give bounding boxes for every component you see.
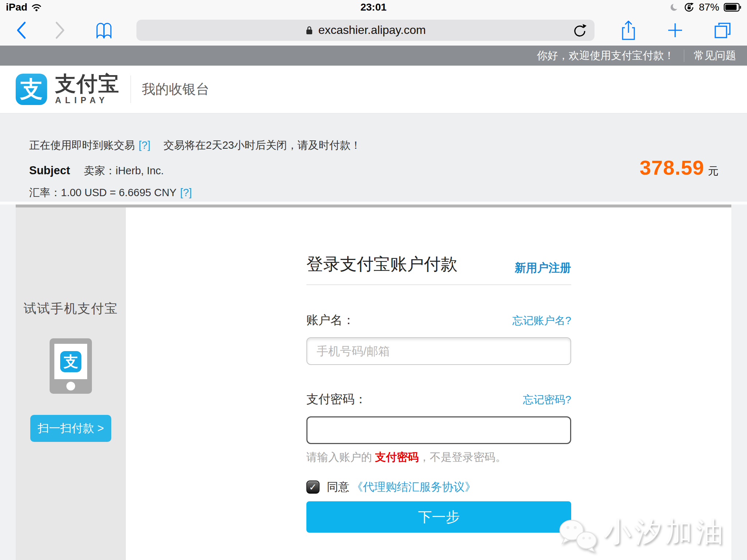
back-button[interactable] [15, 21, 27, 39]
hint-prefix: 请输入账户的 [306, 451, 375, 463]
account-input[interactable] [306, 337, 571, 365]
phone-icon: 支 [50, 338, 92, 394]
watermark: 小汐加油 [557, 513, 726, 556]
subject-row: Subject 卖家：iHerb, Inc. [29, 164, 719, 178]
phone-screen: 支 [54, 344, 87, 379]
battery-percent: 87% [699, 1, 719, 13]
page-title: 我的收银台 [142, 80, 209, 98]
forgot-password-link[interactable]: 忘记密码? [523, 393, 571, 407]
account-label: 账户名： [306, 312, 355, 328]
tabs-button[interactable] [713, 21, 732, 39]
main-area: 试试手机支付宝 支 扫一扫付款 > 登录支付宝账户付款 新用户注册 [0, 205, 747, 560]
watermark-text: 小汐加油 [604, 513, 726, 551]
rotation-lock-icon [684, 2, 694, 13]
login-content: 登录支付宝账户付款 新用户注册 账户名： 忘记账户名? 支付密码： 忘记密码? [126, 207, 731, 560]
exchange-rate-row: 汇率：1.00 USD = 6.6695 CNY [?] [29, 186, 719, 200]
forward-button[interactable] [54, 21, 66, 39]
password-label: 支付密码： [306, 391, 367, 408]
toolbar-right [620, 20, 732, 41]
price-block: 378.59 元 [640, 156, 719, 179]
bookmarks-icon [93, 21, 115, 40]
faq-link[interactable]: 常见问题 [694, 48, 736, 63]
seller-text: 卖家：iHerb, Inc. [84, 164, 164, 178]
hint-suffix: ，不是登录密码。 [419, 451, 506, 463]
url-bar[interactable]: excashier.alipay.com [136, 20, 595, 41]
password-field-header: 支付密码： 忘记密码? [306, 391, 571, 408]
url-text: excashier.alipay.com [318, 23, 426, 37]
new-tab-button[interactable] [667, 22, 684, 39]
phone-logo-glyph: 支 [63, 351, 78, 372]
payment-panel: 试试手机支付宝 支 扫一扫付款 > 登录支付宝账户付款 新用户注册 [16, 205, 731, 560]
forward-icon [54, 21, 66, 39]
checkmark-icon: ✓ [309, 482, 317, 493]
welcome-bar: 你好，欢迎使用支付宝付款！ 常见问题 [0, 46, 747, 66]
rate-help-link[interactable]: [?] [180, 187, 192, 199]
battery-icon [724, 3, 741, 12]
login-form: 登录支付宝账户付款 新用户注册 账户名： 忘记账户名? 支付密码： 忘记密码? [306, 253, 571, 533]
password-input[interactable] [306, 416, 571, 444]
moon-icon [670, 3, 679, 12]
tabs-icon [713, 21, 732, 39]
login-header-divider [306, 284, 571, 285]
phone-alipay-logo-icon: 支 [60, 351, 81, 372]
clock: 23:01 [0, 1, 747, 13]
refresh-button[interactable] [573, 23, 587, 38]
scan-to-pay-button[interactable]: 扫一扫付款 > [30, 415, 111, 442]
lock-icon [305, 25, 313, 36]
login-header: 登录支付宝账户付款 新用户注册 [306, 253, 571, 276]
agree-label: 同意 [327, 479, 349, 495]
alipay-logo-icon: 支 [16, 74, 47, 105]
currency-unit: 元 [708, 164, 719, 179]
notice-help-link[interactable]: [?] [139, 139, 150, 151]
amount-value: 378.59 [640, 156, 704, 179]
header-divider [131, 75, 131, 103]
alipay-brand: 支付宝 ALIPAY [55, 73, 120, 105]
phone-home-button [66, 382, 75, 390]
register-link[interactable]: 新用户注册 [515, 260, 571, 276]
notice-text: 正在使用即时到账交易 [29, 138, 135, 153]
browser-toolbar: excashier.alipay.com [0, 15, 747, 46]
agreement-checkbox[interactable]: ✓ [306, 481, 320, 494]
transaction-notice: 正在使用即时到账交易 [?] 交易将在2天23小时后关闭，请及时付款！ [29, 113, 719, 153]
share-icon [620, 20, 637, 41]
refresh-icon [573, 23, 587, 38]
welcome-text: 你好，欢迎使用支付宝付款！ [537, 48, 674, 63]
new-tab-icon [667, 22, 684, 39]
login-title: 登录支付宝账户付款 [306, 253, 457, 276]
promo-title: 试试手机支付宝 [24, 300, 118, 317]
status-bar: iPad 23:01 [0, 0, 747, 15]
forgot-account-link[interactable]: 忘记账户名? [512, 314, 571, 328]
back-icon [15, 21, 27, 39]
order-summary: 正在使用即时到账交易 [?] 交易将在2天23小时后关闭，请及时付款！ Subj… [0, 113, 747, 202]
agreement-row: ✓ 同意 《代理购结汇服务协议》 [306, 479, 571, 495]
status-bar-right: 87% [670, 1, 741, 13]
alipay-logo-glyph: 支 [20, 74, 43, 105]
mobile-promo-sidebar: 试试手机支付宝 支 扫一扫付款 > [16, 207, 126, 560]
alipay-cashier-page: iPad 23:01 [0, 0, 747, 560]
bookmarks-button[interactable] [93, 21, 115, 40]
account-field-header: 账户名： 忘记账户名? [306, 312, 571, 328]
welcome-divider [684, 50, 684, 62]
site-header: 支 支付宝 ALIPAY 我的收银台 [0, 66, 747, 113]
rate-text: 汇率：1.00 USD = 6.6695 CNY [29, 186, 177, 200]
brand-name-en: ALIPAY [55, 96, 109, 105]
notice-deadline: 交易将在2天23小时后关闭，请及时付款！ [163, 138, 361, 153]
next-step-button[interactable]: 下一步 [306, 501, 571, 533]
agreement-link[interactable]: 《代理购结汇服务协议》 [352, 479, 476, 495]
password-hint: 请输入账户的 支付密码，不是登录密码。 [306, 450, 571, 465]
brand-name-cn: 支付宝 [55, 73, 120, 94]
hint-emphasis: 支付密码 [375, 451, 419, 463]
share-button[interactable] [620, 20, 637, 41]
subject-label: Subject [29, 164, 70, 177]
panel-gap [0, 202, 747, 205]
